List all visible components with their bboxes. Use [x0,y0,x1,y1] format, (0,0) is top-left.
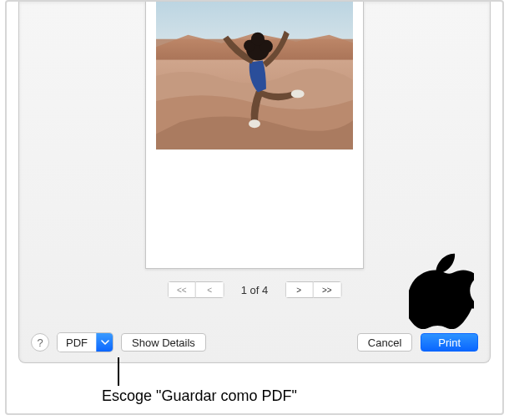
dialog-button-bar: ? PDF Show Details Cancel Print [19,322,490,362]
print-preview-page [145,2,364,269]
preview-photo [156,2,353,150]
annotation-text: Escoge "Guardar como PDF" [102,387,297,405]
cancel-button[interactable]: Cancel [357,333,412,352]
page-indicator: 1 of 4 [241,284,269,296]
chevron-down-icon [96,333,113,352]
show-details-button[interactable]: Show Details [121,333,206,352]
first-page-button[interactable]: << [168,281,196,298]
help-button[interactable]: ? [31,333,49,352]
pager-next-group: > >> [285,281,341,298]
pager-prev-group: << < [168,281,224,298]
print-dialog: << < 1 of 4 > >> ? PDF Show Details Canc… [18,2,491,363]
print-button[interactable]: Print [421,333,478,352]
pdf-dropdown-label: PDF [58,333,96,352]
outer-frame: << < 1 of 4 > >> ? PDF Show Details Canc… [5,0,504,415]
prev-page-button[interactable]: < [196,281,224,298]
page-navigator: << < 1 of 4 > >> [168,281,342,298]
svg-point-9 [251,33,265,46]
pdf-dropdown[interactable]: PDF [58,333,113,352]
svg-point-3 [291,89,305,98]
last-page-button[interactable]: >> [313,281,341,298]
next-page-button[interactable]: > [285,281,313,298]
svg-point-4 [249,119,260,128]
